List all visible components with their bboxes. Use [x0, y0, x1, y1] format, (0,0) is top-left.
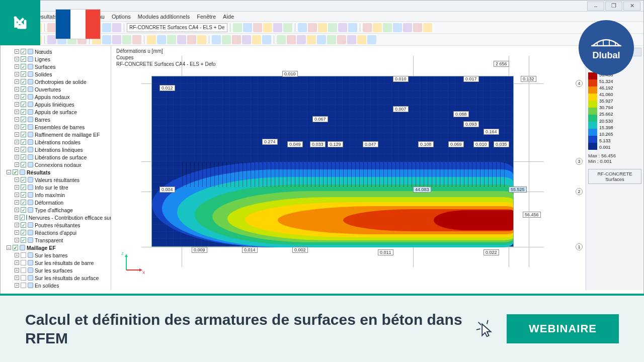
- toolbar-icon[interactable]: [102, 35, 111, 44]
- expand-icon[interactable]: +: [15, 72, 19, 76]
- toolbar-icon[interactable]: [233, 23, 242, 32]
- toolbar-icon[interactable]: [317, 35, 326, 44]
- toolbar-icon[interactable]: [363, 23, 372, 32]
- expand-icon[interactable]: +: [15, 283, 19, 288]
- tree-item[interactable]: +✓Info sur le titre: [3, 184, 110, 191]
- checkbox[interactable]: ✓: [21, 139, 26, 145]
- toolbar-icon[interactable]: [167, 35, 176, 44]
- checkbox[interactable]: ✓: [21, 79, 26, 84]
- toolbar-icon[interactable]: [277, 35, 286, 44]
- menu-item[interactable]: Fenêtre: [197, 14, 216, 20]
- checkbox[interactable]: ✓: [21, 177, 26, 183]
- tree-item[interactable]: +✓Nervures - Contribution efficace sur s…: [3, 214, 110, 221]
- checkbox[interactable]: ✓: [21, 147, 26, 152]
- expand-icon[interactable]: +: [15, 200, 19, 205]
- expand-icon[interactable]: +: [15, 132, 19, 137]
- module-button[interactable]: RF-CONCRETE Surfaces: [588, 169, 641, 184]
- checkbox[interactable]: ✓: [20, 215, 25, 220]
- checkbox[interactable]: ✓: [21, 283, 26, 288]
- toolbar-icon[interactable]: [423, 23, 432, 32]
- checkbox[interactable]: ✓: [21, 162, 26, 167]
- toolbar-icon[interactable]: [367, 35, 376, 44]
- checkbox[interactable]: ✓: [21, 192, 26, 198]
- expand-icon[interactable]: +: [15, 64, 19, 69]
- toolbar-icon[interactable]: [222, 35, 231, 44]
- checkbox[interactable]: ✓: [21, 230, 26, 235]
- expand-icon[interactable]: +: [15, 177, 19, 182]
- toolbar-icon[interactable]: [357, 35, 366, 44]
- close-button[interactable]: ✕: [623, 2, 640, 11]
- toolbar-icon[interactable]: [147, 35, 156, 44]
- checkbox[interactable]: ✓: [21, 56, 26, 62]
- tree-item[interactable]: +✓Valeurs résultantes: [3, 176, 110, 184]
- toolbar-icon[interactable]: [373, 23, 382, 32]
- viewport-3d[interactable]: Déformations u [mm] Coupes RF-CONCRETE S…: [111, 46, 586, 290]
- toolbar-icon[interactable]: [197, 35, 206, 44]
- checkbox[interactable]: ✓: [21, 237, 26, 243]
- tree-item[interactable]: +✓Libérations nodales: [3, 138, 110, 146]
- tree-item[interactable]: +✓Sur les résultats de barre: [3, 259, 110, 266]
- expand-icon[interactable]: +: [15, 238, 19, 242]
- tree-item[interactable]: +✓Raffinement de maillage EF: [3, 131, 110, 138]
- expand-icon[interactable]: +: [15, 230, 19, 235]
- toolbar-icon[interactable]: [177, 35, 186, 44]
- menu-item[interactable]: Modules additionnels: [138, 14, 190, 20]
- toolbar-icon[interactable]: [327, 35, 336, 44]
- toolbar-icon[interactable]: [413, 23, 422, 32]
- checkbox[interactable]: ✓: [21, 102, 26, 107]
- tree-item[interactable]: +✓Surfaces: [3, 63, 110, 70]
- menu-item[interactable]: Aide: [223, 14, 234, 20]
- checkbox[interactable]: ✓: [21, 49, 26, 54]
- checkbox[interactable]: ✓: [21, 200, 26, 205]
- tree-item[interactable]: +✓Libérations de surface: [3, 153, 110, 161]
- checkbox[interactable]: ✓: [21, 109, 26, 115]
- tree-item[interactable]: +✓Ouvertures: [3, 85, 110, 93]
- tree-item[interactable]: +✓Solides: [3, 70, 110, 78]
- toolbar-icon[interactable]: [112, 23, 121, 32]
- toolbar-icon[interactable]: [263, 23, 272, 32]
- toolbar-icon[interactable]: [232, 35, 241, 44]
- toolbar-icon[interactable]: [348, 23, 357, 32]
- tree-item[interactable]: +✓Appuis liniéiques: [3, 101, 110, 108]
- tree-item[interactable]: +✓Sur les surfaces: [3, 266, 110, 274]
- expand-icon[interactable]: +: [15, 95, 19, 99]
- checkbox[interactable]: ✓: [21, 260, 26, 265]
- checkbox[interactable]: ✓: [21, 64, 26, 69]
- expand-icon[interactable]: +: [15, 208, 19, 212]
- toolbar-icon[interactable]: [112, 35, 121, 44]
- toolbar-icon[interactable]: [132, 35, 141, 44]
- checkbox[interactable]: ✓: [21, 86, 26, 92]
- tree-item[interactable]: –✓Maillage EF: [3, 244, 110, 251]
- tree-item[interactable]: –✓Résultats: [3, 168, 110, 176]
- expand-icon[interactable]: +: [15, 260, 19, 265]
- expand-icon[interactable]: –: [7, 245, 11, 250]
- toolbar-icon[interactable]: [383, 23, 392, 32]
- tree-item[interactable]: +✓Sur les résultats de surface: [3, 274, 110, 282]
- checkbox[interactable]: ✓: [13, 169, 18, 175]
- toolbar-icon[interactable]: [318, 23, 327, 32]
- checkbox[interactable]: ✓: [21, 154, 26, 160]
- checkbox[interactable]: ✓: [21, 222, 26, 228]
- tree-item[interactable]: +✓Connexions nodaux: [3, 161, 110, 168]
- restore-button[interactable]: ❐: [605, 2, 622, 11]
- toolbar-icon[interactable]: [337, 35, 346, 44]
- expand-icon[interactable]: +: [15, 117, 19, 122]
- tree-item[interactable]: +✓En solides: [3, 282, 110, 289]
- expand-icon[interactable]: +: [15, 276, 19, 280]
- checkbox[interactable]: ✓: [21, 267, 26, 273]
- checkbox[interactable]: ✓: [13, 245, 18, 250]
- tree-item[interactable]: +✓Lignes: [3, 55, 110, 63]
- tree-item[interactable]: +✓Info max/min: [3, 191, 110, 199]
- expand-icon[interactable]: +: [15, 110, 19, 114]
- expand-icon[interactable]: +: [15, 185, 19, 190]
- minimize-button[interactable]: –: [587, 2, 604, 11]
- tree-item[interactable]: +✓Transparent: [3, 236, 110, 244]
- toolbar-icon[interactable]: [253, 23, 262, 32]
- checkbox[interactable]: ✓: [21, 185, 26, 190]
- tree-item[interactable]: +✓Déformation: [3, 199, 110, 206]
- toolbar-icon[interactable]: [347, 35, 356, 44]
- toolbar-icon[interactable]: [122, 35, 131, 44]
- tree-item[interactable]: +✓Qualité du maillage: [3, 289, 110, 290]
- checkbox[interactable]: ✓: [21, 94, 26, 100]
- menu-item[interactable]: Options: [112, 14, 131, 20]
